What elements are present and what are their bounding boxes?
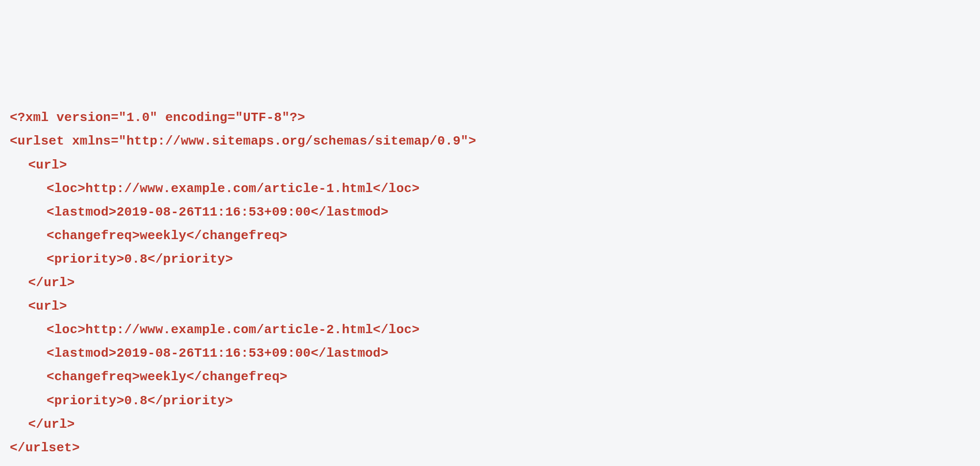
code-line: <loc>http://www.example.com/article-1.ht… bbox=[10, 177, 970, 200]
code-line: </urlset> bbox=[10, 436, 970, 460]
code-line: <?xml version="1.0" encoding="UTF-8"?> bbox=[10, 106, 970, 129]
code-line: <changefreq>weekly</changefreq> bbox=[10, 365, 970, 389]
code-line: </url> bbox=[10, 271, 970, 294]
code-block: <?xml version="1.0" encoding="UTF-8"?><u… bbox=[10, 106, 970, 459]
code-line: <loc>http://www.example.com/article-2.ht… bbox=[10, 318, 970, 342]
code-line: <lastmod>2019-08-26T11:16:53+09:00</last… bbox=[10, 342, 970, 365]
code-line: <url> bbox=[10, 153, 970, 177]
code-line: <changefreq>weekly</changefreq> bbox=[10, 224, 970, 247]
code-line: <urlset xmlns="http://www.sitemaps.org/s… bbox=[10, 129, 970, 153]
code-line: <lastmod>2019-08-26T11:16:53+09:00</last… bbox=[10, 200, 970, 224]
code-line: </url> bbox=[10, 413, 970, 436]
code-line: <priority>0.8</priority> bbox=[10, 247, 970, 271]
code-line: <url> bbox=[10, 294, 970, 318]
code-line: <priority>0.8</priority> bbox=[10, 389, 970, 413]
